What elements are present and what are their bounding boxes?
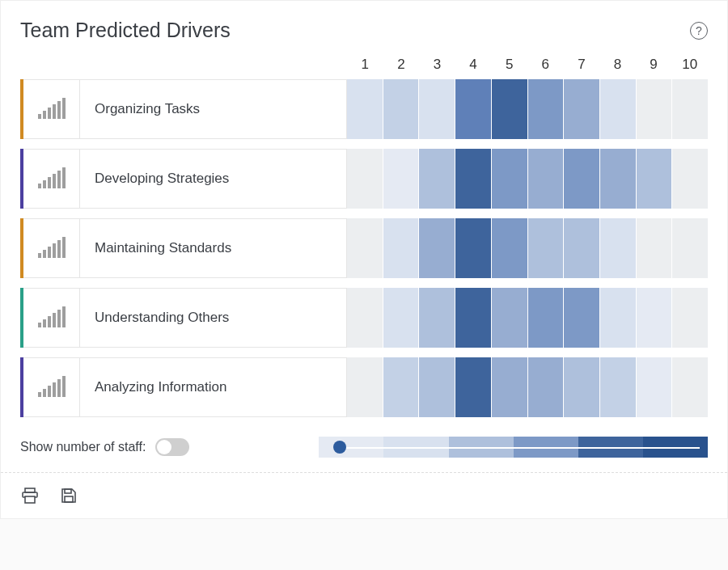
print-button[interactable]	[20, 486, 40, 505]
heat-cell	[672, 218, 708, 278]
row-icon-cell[interactable]	[23, 218, 80, 278]
svg-rect-31	[25, 496, 35, 503]
svg-rect-5	[62, 98, 66, 119]
heat-cell	[455, 79, 492, 139]
heat-cell	[383, 79, 420, 139]
heat-cell	[347, 357, 383, 417]
bars-icon	[36, 237, 67, 260]
drivers-card: Team Predicted Drivers ? 12345678910 Org…	[0, 0, 728, 519]
svg-rect-8	[48, 177, 51, 188]
svg-rect-6	[38, 184, 41, 188]
row-icon-cell[interactable]	[23, 288, 80, 348]
heat-cell	[672, 288, 708, 348]
column-header: 1	[347, 57, 383, 74]
heat-cell	[528, 288, 565, 348]
heat-cell	[637, 357, 673, 417]
driver-label[interactable]: Organizing Tasks	[80, 79, 347, 139]
svg-rect-0	[38, 114, 41, 119]
driver-row: Maintaining Standards	[20, 218, 708, 278]
heat-cell	[455, 218, 492, 278]
heat-cell	[347, 149, 383, 209]
svg-rect-4	[57, 101, 61, 119]
heat-cell	[492, 357, 528, 417]
heat-cell	[600, 79, 637, 139]
heat-cell	[528, 357, 565, 417]
svg-rect-19	[43, 319, 46, 327]
column-header: 6	[527, 57, 564, 74]
svg-rect-10	[57, 171, 61, 188]
card-title: Team Predicted Drivers	[20, 19, 231, 42]
driver-label[interactable]: Developing Strategies	[80, 149, 347, 209]
driver-label[interactable]: Understanding Others	[80, 288, 347, 348]
svg-rect-18	[38, 323, 41, 327]
heat-cell	[419, 357, 455, 417]
svg-rect-2	[48, 108, 51, 119]
column-header: 8	[599, 57, 636, 74]
svg-rect-28	[57, 379, 61, 397]
svg-rect-24	[38, 392, 41, 397]
heat-cell	[383, 149, 420, 209]
svg-rect-26	[48, 386, 51, 397]
heat-cell	[637, 218, 673, 278]
heat-cell	[564, 357, 600, 417]
heat-cell	[528, 79, 565, 139]
svg-rect-11	[62, 167, 66, 188]
svg-rect-23	[62, 306, 66, 327]
heat-cell	[528, 149, 565, 209]
column-header: 10	[671, 57, 708, 74]
heat-cell	[383, 357, 420, 417]
row-icon-cell[interactable]	[23, 357, 80, 417]
driver-row: Analyzing Information	[20, 357, 708, 417]
row-icon-cell[interactable]	[23, 79, 80, 139]
heat-cell	[383, 288, 420, 348]
heat-cell	[528, 218, 565, 278]
svg-rect-25	[43, 389, 46, 397]
heat-cell	[600, 218, 637, 278]
svg-rect-16	[57, 240, 61, 258]
column-header: 4	[455, 57, 492, 74]
heat-cell	[455, 288, 492, 348]
save-button[interactable]	[59, 486, 78, 505]
heat-cell	[492, 79, 528, 139]
driver-label[interactable]: Analyzing Information	[80, 357, 347, 417]
staff-toggle[interactable]	[155, 438, 189, 456]
driver-row: Understanding Others	[20, 288, 708, 348]
column-header: 3	[419, 57, 455, 74]
heat-cell	[455, 149, 492, 209]
heat-cell	[564, 218, 600, 278]
svg-rect-12	[38, 253, 41, 258]
legend-marker[interactable]	[333, 441, 346, 454]
heat-cell	[455, 357, 492, 417]
column-headers: 12345678910	[20, 57, 708, 74]
help-icon[interactable]: ?	[690, 22, 708, 40]
driver-row: Developing Strategies	[20, 149, 708, 209]
svg-rect-7	[43, 180, 46, 188]
heat-cell	[600, 357, 637, 417]
bars-icon	[36, 167, 67, 190]
row-icon-cell[interactable]	[23, 149, 80, 209]
svg-rect-32	[65, 489, 71, 493]
heat-cell	[419, 288, 455, 348]
svg-rect-1	[43, 111, 46, 119]
heat-cell	[600, 149, 637, 209]
heat-cell	[637, 79, 673, 139]
heat-cell	[637, 288, 673, 348]
heat-cell	[564, 288, 600, 348]
svg-rect-27	[53, 382, 56, 397]
heat-cell	[492, 149, 528, 209]
svg-rect-15	[53, 243, 56, 258]
driver-label[interactable]: Maintaining Standards	[80, 218, 347, 278]
heat-cell	[672, 79, 708, 139]
svg-rect-29	[62, 376, 66, 397]
heat-cell	[347, 218, 383, 278]
toggle-label: Show number of staff:	[20, 440, 146, 454]
heat-cell	[419, 79, 455, 139]
svg-rect-3	[53, 104, 56, 119]
heat-cell	[672, 149, 708, 209]
column-header: 7	[564, 57, 600, 74]
heat-cell	[419, 218, 455, 278]
bars-icon	[36, 306, 67, 329]
heat-cell	[419, 149, 455, 209]
heat-cell	[492, 288, 528, 348]
driver-row: Organizing Tasks	[20, 79, 708, 139]
